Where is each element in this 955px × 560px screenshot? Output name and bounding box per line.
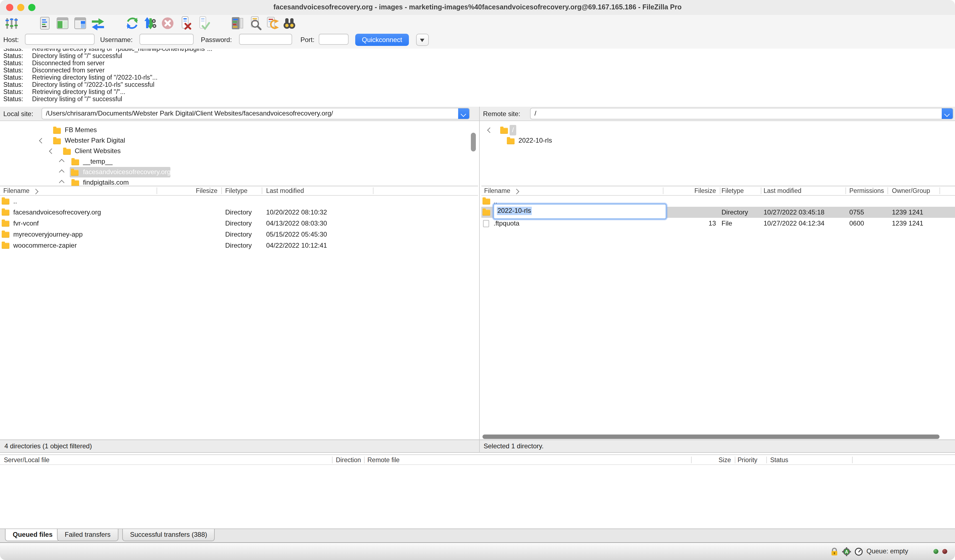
column-header-permissions[interactable]: Permissions [849,186,884,195]
lock-icon[interactable] [830,547,839,558]
pane-divider[interactable] [479,107,480,453]
local-site-combo[interactable]: /Users/chrisaram/Documents/Webster Park … [42,108,470,119]
quickconnect-dropdown-button[interactable] [416,34,429,46]
column-header-remote-file[interactable]: Remote file [367,455,399,464]
local-list-header: Filename Filesize Filetype Last modified [0,186,478,196]
tree-item[interactable]: FB Memes [0,125,478,136]
expander-icon[interactable] [49,148,55,154]
tree-scrollbar-thumb[interactable] [471,133,476,151]
chevron-down-icon[interactable] [458,108,469,119]
column-header-filetype[interactable]: Filetype [225,186,247,195]
column-header-owner-group[interactable]: Owner/Group [892,186,930,195]
disconnect-icon [178,16,193,30]
toggle-transfer-queue-button[interactable] [91,16,105,30]
folder-icon [507,138,515,144]
remote-site-label: Remote site: [483,107,520,121]
column-header-direction[interactable]: Direction [336,455,361,464]
port-input[interactable] [319,34,349,45]
column-header-filename[interactable]: Filename [484,186,519,195]
column-header-priority[interactable]: Priority [737,455,758,464]
file-row[interactable]: fvr-vconf Directory 04/13/2022 08:03:30 [0,218,478,229]
site-path-row: Local site: /Users/chrisaram/Documents/W… [0,107,955,121]
column-header-filesize[interactable]: Filesize [159,186,218,195]
reconnect-button[interactable] [196,16,210,30]
cancel-operation-button[interactable] [160,16,175,30]
site-manager-button[interactable] [5,16,19,30]
column-header-filesize[interactable]: Filesize [665,186,716,195]
refresh-button[interactable] [125,16,139,30]
tree-item[interactable]: 2022-10-rls [481,136,955,146]
username-label: Username: [100,31,133,48]
directory-listing-filters-button[interactable] [230,16,244,30]
column-header-server-local-file[interactable]: Server/Local file [4,455,50,464]
expander-icon[interactable] [59,169,64,175]
log-indicator-green[interactable] [933,549,938,554]
expander-icon[interactable] [39,138,45,144]
toggle-remote-tree-button[interactable] [73,16,88,30]
expander-icon[interactable] [59,159,64,164]
auto-transfer-settings-icon[interactable]: A [842,547,851,558]
folder-icon [71,159,79,165]
screenshot-viewport: facesandvoicesofrecovery.org - images - … [0,0,955,560]
folder-icon [53,138,61,144]
remote-tree: / 2022-10-rls [481,121,955,186]
file-icon [483,220,489,227]
folder-icon [500,128,508,134]
column-header-last-modified[interactable]: Last modified [764,186,802,195]
column-header-last-modified[interactable]: Last modified [266,186,304,195]
expander-icon[interactable] [487,128,493,133]
file-row[interactable]: .ftpquota 13 File 10/27/2022 04:12:34 06… [481,218,955,229]
process-queue-button[interactable] [143,16,157,30]
file-row[interactable]: myrecoveryjourney-app Directory 05/15/20… [0,229,478,240]
synchronized-browsing-button[interactable] [265,16,279,30]
file-row[interactable]: woocommerce-zapier Directory 04/22/2022 … [0,240,478,251]
column-header-status[interactable]: Status [770,455,788,464]
disconnect-button[interactable] [178,16,193,30]
folder-icon [63,149,71,155]
titlebar: facesandvoicesofrecovery.org - images - … [0,0,955,16]
tab-queued-files[interactable]: Queued files [5,529,60,541]
toggle-local-tree-button[interactable] [55,16,70,30]
remote-tree-toggle-icon [73,16,88,30]
speed-limits-icon[interactable] [854,547,863,558]
directory-comparison-button[interactable] [282,16,297,30]
tree-item[interactable]: Webster Park Digital [0,136,478,146]
horizontal-scrollbar-thumb[interactable] [482,435,939,439]
log-line: Status:Directory listing of "/" successf… [0,96,955,103]
chevron-down-icon[interactable] [942,108,953,119]
host-input[interactable] [25,34,95,45]
selection-highlight: facesandvoicesofrecovery.org [70,167,171,178]
tree-item-label: Webster Park Digital [65,136,125,146]
toolbar [0,15,955,31]
port-label: Port: [301,31,315,48]
folder-icon [2,198,9,204]
column-header-filetype[interactable]: Filetype [722,186,744,195]
file-search-button[interactable] [248,16,262,30]
toggle-message-log-button[interactable] [38,16,52,30]
tree-item-label: facesandvoicesofrecovery.org [83,167,171,178]
tree-item[interactable]: __temp__ [0,156,478,167]
expander-icon[interactable] [59,180,64,186]
synchronized-browsing-icon [265,16,279,30]
file-row[interactable]: .. [0,196,478,207]
password-input[interactable] [239,34,292,45]
quickconnect-button[interactable]: Quickconnect [355,34,409,46]
username-input[interactable] [139,34,194,45]
tree-item[interactable]: findpigtails.com [0,178,478,186]
log-line: Status:Directory listing of "/" successf… [0,53,955,60]
remote-site-combo[interactable]: / [530,108,953,119]
svg-text:A: A [845,549,848,554]
column-header-filename[interactable]: Filename [3,186,38,195]
column-header-size[interactable]: Size [697,455,731,464]
tree-item-selected[interactable]: / [481,125,955,136]
rename-edit-box[interactable]: 2022-10-rls [493,203,667,220]
tab-successful-transfers[interactable]: Successful transfers (388) [122,529,215,541]
tree-item-selected[interactable]: facesandvoicesofrecovery.org [0,167,478,178]
tree-item[interactable]: Client Websites [0,146,478,156]
modified-cell: 04/13/2022 08:03:30 [266,218,327,229]
tab-failed-transfers[interactable]: Failed transfers [57,529,118,541]
log-line: Status:Disconnected from server [0,67,955,74]
log-indicator-red[interactable] [942,549,947,554]
filename-cell: myrecoveryjourney-app [13,229,83,240]
file-row[interactable]: facesandvoicesofrecovery.org Directory 1… [0,207,478,218]
